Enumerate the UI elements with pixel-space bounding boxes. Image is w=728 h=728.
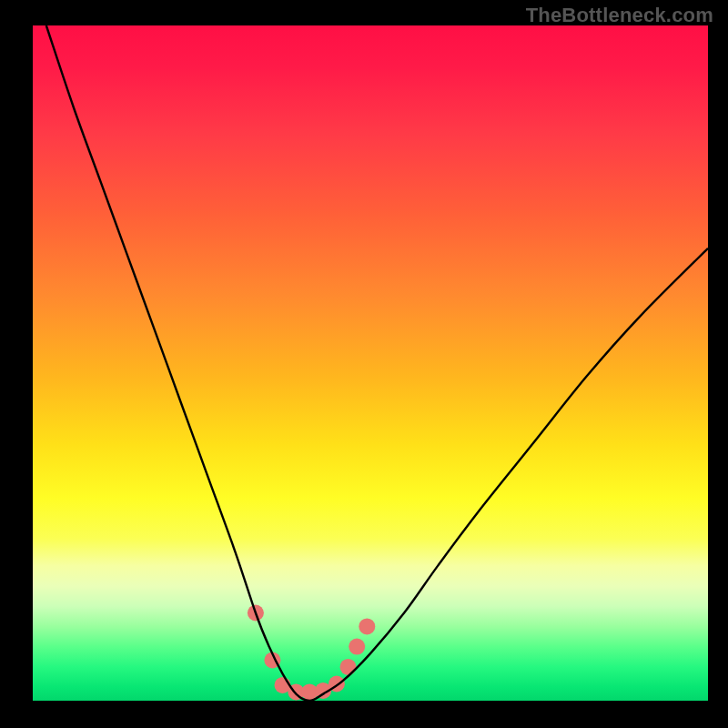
marker-dot — [340, 659, 357, 675]
chart-frame: TheBottleneck.com — [0, 0, 728, 728]
chart-svg — [33, 25, 708, 701]
plot-area — [33, 25, 708, 701]
marker-dot — [349, 639, 365, 655]
marker-dot — [359, 618, 375, 634]
marker-dots — [248, 605, 375, 701]
bottleneck-curve — [46, 25, 708, 701]
watermark-text: TheBottleneck.com — [526, 4, 713, 27]
